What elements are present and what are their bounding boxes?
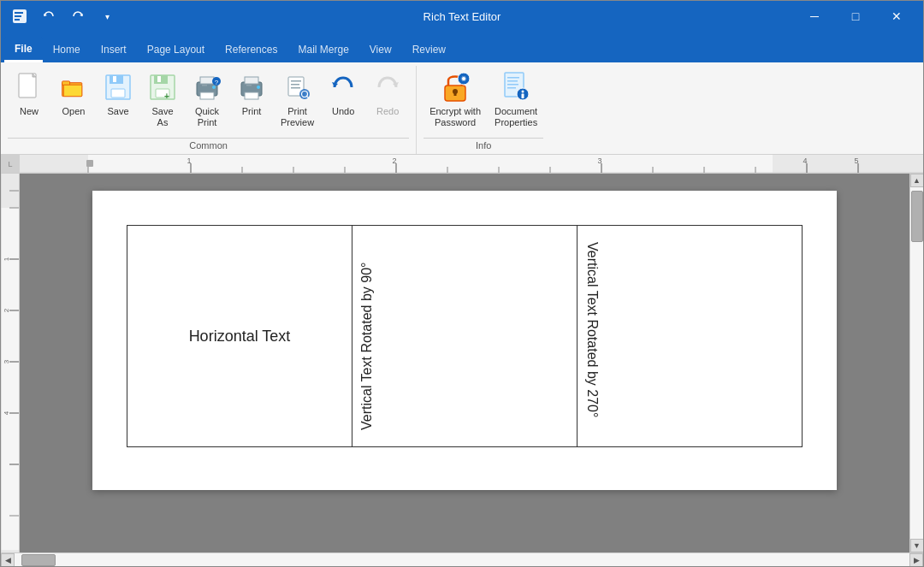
horizontal-text: Horizontal Text [189,328,291,345]
scroll-up-button[interactable]: ▲ [910,174,924,187]
svg-rect-54 [507,77,519,79]
saveas-button[interactable]: + SaveAs [141,68,184,133]
svg-rect-56 [507,84,518,86]
printpreview-button[interactable]: PrintPreview [275,68,320,133]
tab-home[interactable]: Home [43,37,91,62]
scroll-track-h[interactable] [15,553,909,566]
document-canvas[interactable]: Horizontal Text Vertical Text Rotated by… [20,174,909,552]
close-button[interactable]: ✕ [877,3,916,30]
docprops-icon [500,72,531,103]
app-icon [8,4,32,28]
document-page: Horizontal Text Vertical Text Rotated by… [92,191,837,490]
print-icon [236,72,267,103]
svg-text:3: 3 [3,360,10,364]
svg-rect-29 [245,92,258,99]
editor-area: L 1 [1,155,923,566]
new-icon [14,72,44,103]
scroll-track-v[interactable] [910,187,923,539]
printpreview-icon [282,72,313,103]
vertical-ruler: 1 2 3 4 [1,174,20,552]
scroll-left-button[interactable]: ◀ [1,553,15,567]
redo-icon [372,72,403,103]
redo-button[interactable]: Redo [366,68,409,121]
encrypt-button[interactable]: Encrypt withPassword [424,68,487,133]
svg-rect-57 [507,87,516,89]
tab-view[interactable]: View [359,37,402,62]
svg-text:4: 4 [3,411,10,416]
svg-rect-31 [246,85,252,86]
printpreview-label: PrintPreview [281,106,314,128]
redo-label: Redo [376,106,399,117]
svg-text:5: 5 [854,157,858,165]
tab-insert[interactable]: Insert [91,37,137,62]
ruler-content: 1 2 3 [20,155,923,174]
editor-scroll-area: 1 2 3 4 [1,174,923,552]
svg-rect-60 [522,94,524,99]
svg-rect-22 [200,92,214,99]
svg-rect-50 [463,81,465,84]
scroll-down-button[interactable]: ▼ [910,539,924,552]
tab-review[interactable]: Review [402,37,456,62]
svg-rect-28 [245,77,258,84]
svg-rect-34 [291,84,299,86]
undo-icon [328,72,358,103]
editor-main: L 1 [1,155,923,566]
tab-file[interactable]: File [4,37,43,62]
doc-table: Horizontal Text Vertical Text Rotated by… [127,225,803,447]
horizontal-ruler: L 1 [1,155,923,174]
title-bar-left: ▾ [8,4,119,28]
svg-rect-35 [291,87,300,89]
common-buttons: New Open [8,68,409,136]
scroll-thumb-v[interactable] [911,191,923,242]
saveas-label: SaveAs [151,106,173,128]
tab-pagelayout[interactable]: Page Layout [137,37,215,62]
tab-mailmerge[interactable]: Mail Merge [287,37,358,62]
svg-text:3: 3 [597,157,601,165]
svg-rect-43 [454,92,457,96]
quickprint-label: QuickPrint [195,106,219,128]
undo-quick-btn[interactable] [37,4,61,28]
open-button[interactable]: Open [52,68,95,121]
docprops-button[interactable]: DocumentProperties [489,68,543,133]
svg-text:?: ? [215,79,219,86]
minimize-button[interactable]: ─ [795,3,834,30]
save-icon [103,72,133,103]
maximize-button[interactable]: □ [836,3,875,30]
tab-references[interactable]: References [215,37,287,62]
customize-quick-access[interactable]: ▾ [95,4,119,28]
scroll-thumb-h[interactable] [21,554,56,566]
redo-quick-btn[interactable] [66,4,90,28]
horizontal-scrollbar: ◀ ▶ [1,552,923,566]
quickprint-icon: ? [192,72,222,103]
svg-rect-1 [15,12,23,14]
print-label: Print [242,106,262,117]
quickprint-button[interactable]: ? QuickPrint [186,68,228,133]
encrypt-label: Encrypt withPassword [429,106,481,128]
cell-vertical270: Vertical Text Rotated by 270° [578,226,803,447]
cell-vertical90: Vertical Text Rotated by 90° [352,226,578,447]
scroll-right-button[interactable]: ▶ [909,553,923,567]
svg-point-30 [257,86,260,89]
tab-bar: File Home Insert Page Layout References … [1,32,923,62]
vertical-scrollbar: ▲ ▼ [909,174,923,552]
undo-button[interactable]: Undo [322,68,364,121]
save-label: Save [107,106,128,117]
print-button[interactable]: Print [230,68,273,121]
open-label: Open [62,106,86,117]
svg-text:1: 1 [187,157,191,165]
new-label: New [20,106,38,117]
title-bar-controls: ─ □ ✕ [795,3,916,30]
app-window: ▾ Rich Text Editor ─ □ ✕ File Home Inser… [0,0,924,567]
svg-rect-24 [202,85,207,86]
new-button[interactable]: New [8,68,50,121]
svg-rect-21 [200,77,214,84]
cell-horizontal: Horizontal Text [127,226,352,447]
svg-point-59 [522,91,524,93]
ruler-corner: L [1,155,20,173]
svg-point-46 [462,77,465,80]
save-button[interactable]: Save [97,68,139,121]
info-group-label: Info [424,138,543,154]
open-icon [58,72,89,103]
encrypt-icon [440,72,471,103]
svg-rect-14 [113,76,116,82]
